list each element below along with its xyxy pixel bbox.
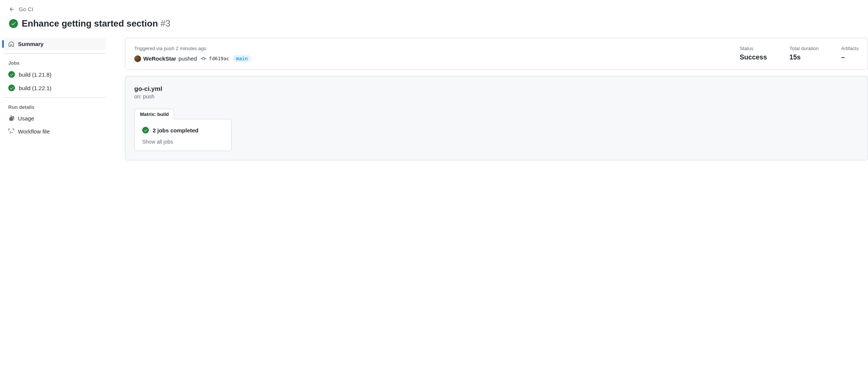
summary-card: Triggered via push 2 minutes ago WeRockS… (125, 38, 868, 70)
show-all-jobs-link[interactable]: Show all jobs (142, 139, 224, 145)
sidebar-job-item[interactable]: build (1.22.1) (4, 82, 106, 94)
stopwatch-icon (8, 116, 14, 122)
back-arrow-icon[interactable] (9, 6, 15, 12)
success-check-icon (8, 85, 15, 91)
workflow-event: on: push (134, 93, 859, 99)
sidebar: Summary Jobs build (1.21.8) build (1.22.… (2, 38, 107, 160)
title-row: Enhance getting started section #3 (0, 17, 868, 38)
sidebar-summary-label: Summary (18, 41, 43, 47)
status-label: Status (740, 46, 767, 51)
pushed-text: pushed (178, 55, 197, 62)
page-title: Enhance getting started section #3 (22, 18, 170, 29)
workflow-file-label: Workflow file (18, 128, 50, 135)
commit-sha-link[interactable]: fd619ac (209, 56, 229, 61)
breadcrumb: Go CI (0, 6, 868, 17)
matrix-tab[interactable]: Matrix: build (134, 109, 174, 119)
success-check-icon (8, 71, 15, 78)
workflow-file-name: go-ci.yml (134, 85, 859, 93)
duration-value: 15s (789, 53, 819, 61)
status-value: Success (740, 53, 767, 61)
main-content: Triggered via push 2 minutes ago WeRockS… (125, 38, 868, 160)
usage-label: Usage (18, 115, 34, 122)
success-check-icon (142, 127, 149, 134)
job-label: build (1.22.1) (19, 85, 52, 91)
sidebar-item-summary[interactable]: Summary (4, 38, 106, 50)
run-number: #3 (161, 18, 171, 28)
trigger-label: Triggered via push 2 minutes ago (134, 46, 717, 51)
divider (4, 53, 106, 53)
sidebar-item-usage[interactable]: Usage (4, 112, 106, 125)
avatar[interactable] (134, 55, 141, 62)
success-check-icon (9, 19, 18, 28)
workflow-panel: go-ci.yml on: push Matrix: build 2 jobs … (125, 76, 868, 160)
branch-tag-link[interactable]: main (233, 55, 251, 62)
home-icon (8, 41, 14, 47)
commit-icon (201, 56, 207, 62)
artifacts-value: – (841, 53, 859, 61)
duration-label: Total duration (789, 46, 819, 51)
sidebar-job-item[interactable]: build (1.21.8) (4, 68, 106, 81)
artifacts-label: Artifacts (841, 46, 859, 51)
matrix-card[interactable]: 2 jobs completed Show all jobs (134, 119, 232, 151)
breadcrumb-workflow[interactable]: Go CI (19, 6, 33, 12)
workflow-file-icon (8, 129, 14, 135)
run-title-text: Enhance getting started section (22, 18, 158, 28)
job-label: build (1.21.8) (19, 71, 52, 78)
sidebar-item-workflow-file[interactable]: Workflow file (4, 125, 106, 138)
run-details-heading: Run details (2, 101, 107, 112)
actor-link[interactable]: WeRockStar (143, 55, 176, 62)
completed-text: 2 jobs completed (153, 127, 199, 134)
divider (4, 97, 106, 98)
jobs-heading: Jobs (2, 56, 107, 68)
